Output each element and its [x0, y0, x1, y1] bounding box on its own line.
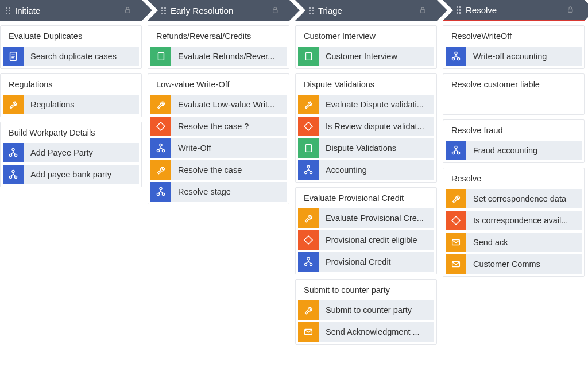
flow-icon	[446, 47, 466, 66]
section-title[interactable]: Resolve	[443, 168, 584, 189]
step-label: Resolve stage	[171, 182, 287, 202]
workflow-board: InitiateEvaluate DuplicatesSearch duplic…	[0, 0, 588, 345]
wrench-icon	[150, 160, 171, 180]
section-title[interactable]: Low-value Write-Off	[148, 74, 289, 95]
lock-icon	[566, 5, 575, 14]
section-title[interactable]: Dispute Validations	[296, 74, 436, 95]
section-title[interactable]: Evaluate Provisional Credit	[296, 188, 436, 208]
step-label: Fraud accounting	[466, 141, 582, 160]
stage-column: Early ResolutionRefunds/Reversal/Credits…	[148, 0, 289, 345]
flow-icon	[150, 138, 171, 158]
diamond-icon	[150, 117, 171, 136]
step-label: Accounting	[319, 160, 434, 180]
section-title[interactable]: Resolve customer liable	[443, 74, 584, 95]
workflow-step[interactable]: Evaluate Low-value Writ...	[150, 95, 287, 114]
step-label: Search duplicate cases	[24, 47, 139, 66]
section-title[interactable]: Customer Interview	[296, 26, 436, 47]
step-label: Add Payee Party	[24, 143, 139, 162]
workflow-step[interactable]: Fraud accounting	[446, 141, 582, 160]
step-label: Set correspondence data	[466, 189, 582, 208]
step-label: Send Acknowledgment ...	[319, 322, 434, 342]
workflow-section: Customer InterviewCustomer Interview	[295, 25, 437, 69]
step-label: Evaluate Low-value Writ...	[171, 95, 287, 114]
lock-icon	[123, 6, 133, 15]
workflow-section: Resolve fraudFraud accounting	[443, 119, 585, 163]
workflow-step[interactable]: Customer Interview	[298, 47, 434, 66]
workflow-step[interactable]: Provisional credit eligible	[298, 230, 434, 250]
step-label: Add payee bank party	[24, 165, 139, 184]
drag-handle-icon[interactable]	[309, 7, 314, 14]
wrench-icon	[298, 95, 319, 114]
section-title[interactable]: Build Workparty Details	[1, 122, 141, 143]
workflow-step[interactable]: Resolve stage	[150, 182, 287, 202]
workflow-step[interactable]: Provisional Credit	[298, 252, 434, 272]
workflow-section: Evaluate DuplicatesSearch duplicate case…	[0, 25, 142, 69]
stage-title: Initiate	[15, 6, 123, 16]
workflow-step[interactable]: Write-off accounting	[446, 47, 582, 66]
mail-icon	[298, 322, 319, 342]
workflow-section: Dispute ValidationsEvaluate Dispute vali…	[295, 73, 437, 183]
drag-handle-icon[interactable]	[6, 7, 10, 14]
flow-icon	[298, 252, 319, 272]
section-title[interactable]: Regulations	[1, 74, 141, 95]
wrench-icon	[3, 95, 24, 114]
clipboard-icon	[298, 138, 319, 158]
lock-icon	[419, 6, 428, 15]
step-label: Dispute Validations	[319, 138, 434, 158]
stage-header[interactable]: Triage	[295, 0, 437, 21]
stage-column: ResolveResolveWriteOffWrite-off accounti…	[443, 0, 585, 345]
workflow-step[interactable]: Evaluate Refunds/Rever...	[150, 47, 287, 66]
flow-icon	[3, 143, 24, 162]
step-label: Is Review dispute validat...	[319, 117, 434, 136]
step-label: Customer Comms	[466, 254, 582, 274]
wrench-icon	[150, 95, 171, 114]
stage-header[interactable]: Resolve	[443, 0, 585, 21]
workflow-step[interactable]: Write-Off	[150, 138, 287, 158]
workflow-section: Submit to counter partySubmit to counter…	[295, 279, 437, 345]
workflow-step[interactable]: Add payee bank party	[3, 165, 139, 184]
workflow-step[interactable]: Set correspondence data	[446, 189, 582, 208]
workflow-step[interactable]: Accounting	[298, 160, 434, 180]
workflow-step[interactable]: Regulations	[3, 95, 139, 114]
step-label: Evaluate Dispute validati...	[319, 95, 434, 114]
stage-header[interactable]: Early Resolution	[148, 0, 289, 21]
workflow-step[interactable]: Submit to counter party	[298, 300, 434, 320]
stage-title: Triage	[318, 6, 419, 16]
workflow-step[interactable]: Send Acknowledgment ...	[298, 322, 434, 342]
workflow-step[interactable]: Is correspondence avail...	[446, 211, 582, 230]
workflow-section: Low-value Write-OffEvaluate Low-value Wr…	[148, 73, 289, 204]
workflow-section: Refunds/Reversal/CreditsEvaluate Refunds…	[148, 25, 289, 69]
workflow-step[interactable]: Evaluate Dispute validati...	[298, 95, 434, 114]
step-label: Customer Interview	[319, 47, 434, 66]
stage-header[interactable]: Initiate	[0, 0, 142, 21]
wrench-icon	[298, 208, 319, 228]
section-title[interactable]: ResolveWriteOff	[443, 26, 584, 47]
wrench-icon	[298, 300, 319, 320]
workflow-step[interactable]: Add Payee Party	[3, 143, 139, 162]
workflow-section: Evaluate Provisional CreditEvaluate Prov…	[295, 187, 437, 274]
step-label: Write-off accounting	[466, 47, 582, 66]
workflow-section: ResolveWriteOffWrite-off accounting	[443, 25, 585, 69]
workflow-step[interactable]: Resolve the case ?	[150, 117, 287, 136]
workflow-step[interactable]: Search duplicate cases	[3, 47, 139, 66]
workflow-step[interactable]: Evaluate Provisional Cre...	[298, 208, 434, 228]
workflow-step[interactable]: Resolve the case	[150, 160, 287, 180]
step-label: Evaluate Provisional Cre...	[319, 208, 434, 228]
drag-handle-icon[interactable]	[457, 6, 461, 14]
mail-icon	[446, 233, 466, 252]
flow-icon	[446, 141, 466, 160]
drag-handle-icon[interactable]	[161, 7, 166, 14]
step-label: Resolve the case	[171, 160, 287, 180]
diamond-icon	[298, 230, 319, 250]
section-title[interactable]: Refunds/Reversal/Credits	[148, 26, 289, 47]
workflow-step[interactable]: Send ack	[446, 233, 582, 252]
section-title[interactable]: Resolve fraud	[443, 120, 584, 141]
workflow-step[interactable]: Is Review dispute validat...	[298, 117, 434, 136]
workflow-step[interactable]: Dispute Validations	[298, 138, 434, 158]
workflow-step[interactable]: Customer Comms	[446, 254, 582, 274]
step-label: Provisional Credit	[319, 252, 434, 272]
section-title[interactable]: Submit to counter party	[296, 280, 436, 300]
diamond-icon	[446, 211, 466, 230]
section-title[interactable]: Evaluate Duplicates	[1, 26, 141, 47]
stage-column: TriageCustomer InterviewCustomer Intervi…	[295, 0, 437, 345]
